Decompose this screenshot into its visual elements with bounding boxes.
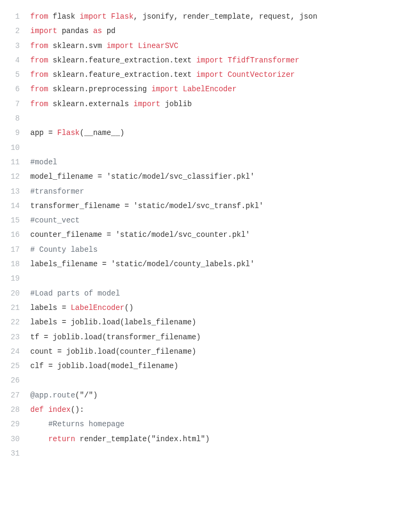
code-lines: from flask import Flask, jsonify, render… — [30, 10, 415, 461]
code-token: import — [196, 56, 223, 65]
code-token: = — [62, 318, 66, 326]
code-line: return render_template("index.html") — [30, 432, 415, 447]
line-number: 12 — [11, 170, 20, 184]
line-number: 5 — [11, 68, 20, 82]
code-token: sklearn.svm — [48, 42, 106, 50]
line-number: 2 — [11, 24, 20, 38]
code-token: #count_vect — [30, 216, 80, 225]
code-token: = — [62, 304, 66, 312]
code-token: Flask — [111, 12, 133, 21]
code-token: 'static/model/svc_transf.pkl' — [133, 202, 264, 210]
code-token: = — [102, 260, 106, 268]
code-token: import — [30, 27, 57, 35]
code-token: #Returns homepage — [48, 420, 124, 428]
code-line: #count_vect — [30, 213, 415, 228]
line-number: 28 — [11, 403, 20, 417]
code-line: @app.route("/") — [30, 388, 415, 403]
code-line: #model — [30, 155, 415, 170]
code-token: joblib.load(counter_filename) — [62, 347, 196, 356]
code-token: from — [30, 12, 49, 21]
code-token: return — [48, 435, 75, 443]
line-number: 17 — [11, 243, 20, 257]
code-token: CountVectorizer — [228, 70, 295, 79]
code-token: from — [30, 70, 49, 79]
code-token: import — [107, 42, 133, 50]
line-number: 26 — [11, 373, 20, 388]
code-line: import pandas as pd — [30, 24, 415, 38]
line-number: 7 — [11, 97, 20, 111]
line-number: 14 — [11, 199, 20, 213]
code-token: render_template( — [75, 435, 152, 443]
code-token — [30, 435, 49, 443]
code-token: labels_filename — [30, 260, 102, 268]
code-line: app = Flask(__name__) — [30, 126, 415, 140]
code-token: import — [133, 100, 160, 108]
code-token: as — [93, 27, 102, 35]
code-token: 'static/model/county_labels.pkl' — [111, 260, 255, 268]
code-token: = — [98, 172, 102, 181]
code-line: labels_filename = 'static/model/county_l… — [30, 257, 415, 272]
code-token: flask — [48, 12, 80, 21]
line-number: 9 — [11, 126, 20, 140]
code-line — [30, 111, 415, 126]
line-number: 30 — [11, 432, 20, 447]
code-token: 'static/model/svc_classifier.pkl' — [107, 172, 255, 181]
code-token: joblib.load(model_filename) — [53, 362, 178, 370]
code-token: # County labels — [30, 245, 98, 254]
code-token — [107, 260, 111, 268]
code-line: from flask import Flask, jsonify, render… — [30, 10, 415, 24]
code-token: = — [107, 230, 111, 239]
code-token — [53, 129, 57, 137]
code-token: index — [48, 405, 70, 414]
line-number: 19 — [11, 272, 20, 286]
code-token: #transformer — [30, 187, 84, 196]
code-token: Flask — [57, 129, 80, 137]
line-number-gutter: 1234567891011121314151617181920212223242… — [5, 10, 30, 461]
code-token: #model — [30, 158, 57, 166]
code-token: (__name__) — [80, 129, 124, 137]
code-token — [30, 420, 49, 428]
code-block: 1234567891011121314151617181920212223242… — [5, 10, 415, 461]
code-token — [107, 12, 111, 21]
code-token: LinearSVC — [138, 42, 178, 50]
code-token: LabelEncoder — [183, 85, 236, 93]
code-line: tf = joblib.load(transformer_filename) — [30, 330, 415, 345]
code-token: counter_filename — [30, 230, 107, 239]
code-line — [30, 141, 415, 155]
code-token: = — [57, 347, 61, 356]
code-line: # County labels — [30, 243, 415, 257]
code-line: from sklearn.externals import joblib — [30, 97, 415, 111]
code-token: () — [124, 304, 133, 312]
line-number: 21 — [11, 301, 20, 315]
code-token: LabelEncoder — [70, 304, 124, 312]
code-token: tf — [30, 333, 44, 341]
code-token — [223, 70, 227, 79]
code-token: labels — [30, 318, 62, 326]
line-number: 8 — [11, 111, 20, 126]
code-token: pandas — [57, 27, 93, 35]
code-line: labels = LabelEncoder() — [30, 301, 415, 315]
line-number: 6 — [11, 82, 20, 97]
code-line: from sklearn.svm import LinearSVC — [30, 39, 415, 53]
code-token: count — [30, 347, 57, 356]
line-number: 27 — [11, 388, 20, 403]
code-token: joblib — [160, 100, 192, 108]
code-line: counter_filename = 'static/model/svc_cou… — [30, 228, 415, 242]
code-line: model_filename = 'static/model/svc_class… — [30, 170, 415, 184]
code-token: ) — [205, 435, 210, 443]
code-token — [102, 172, 106, 181]
code-token: clf — [30, 362, 49, 370]
code-token: "index.html" — [152, 435, 205, 443]
code-line — [30, 447, 415, 461]
code-line: from sklearn.preprocessing import LabelE… — [30, 82, 415, 97]
line-number: 16 — [11, 228, 20, 242]
code-token: joblib.load(transformer_filename) — [48, 333, 201, 341]
code-token: @app.route — [30, 391, 75, 400]
code-token: from — [30, 100, 49, 108]
line-number: 29 — [11, 417, 20, 432]
code-line: #transformer — [30, 185, 415, 199]
line-number: 31 — [11, 447, 20, 461]
code-token: 'static/model/svc_counter.pkl' — [115, 230, 250, 239]
code-line: from sklearn.feature_extraction.text imp… — [30, 68, 415, 82]
line-number: 3 — [11, 39, 20, 53]
